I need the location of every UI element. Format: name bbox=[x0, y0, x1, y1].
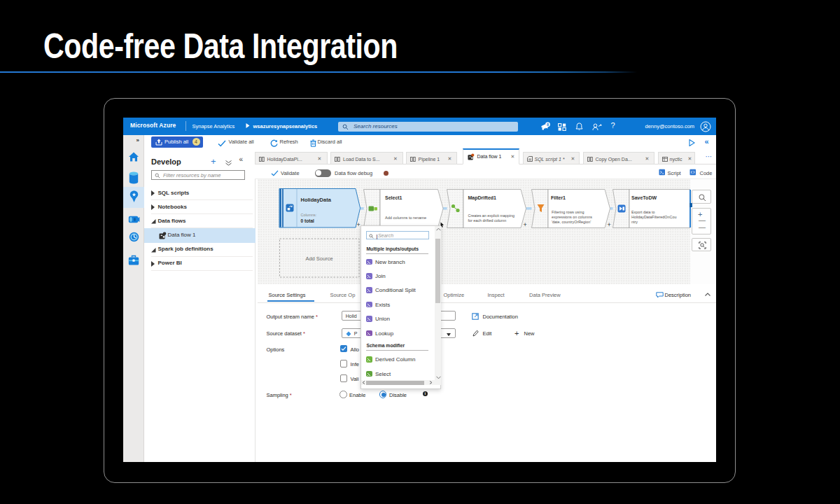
svg-text:Export data to: Export data to bbox=[631, 210, 655, 214]
svg-text:expressions on columns: expressions on columns bbox=[552, 215, 592, 219]
svg-text:HolidayData: HolidayData bbox=[300, 197, 331, 203]
svg-text:HolidayDataFilteredOnCou: HolidayDataFilteredOnCou bbox=[631, 215, 676, 219]
svg-text:Add Source: Add Source bbox=[305, 255, 332, 262]
svg-text:for each drifted column: for each drifted column bbox=[468, 218, 506, 223]
svg-text:Add columns to rename: Add columns to rename bbox=[385, 216, 426, 220]
svg-text:+: + bbox=[523, 221, 526, 228]
svg-text:Creates an explicit mapping: Creates an explicit mapping bbox=[468, 214, 514, 218]
svg-text:+: + bbox=[607, 221, 610, 228]
svg-text:8: 8 bbox=[547, 122, 549, 127]
svg-text:'date, countryOrRegion': 'date, countryOrRegion' bbox=[552, 220, 591, 224]
svg-text:Filtering rows using: Filtering rows using bbox=[552, 210, 584, 214]
svg-text:Filter1: Filter1 bbox=[551, 195, 566, 200]
svg-text:+: + bbox=[356, 221, 360, 228]
svg-text:MapDrifted1: MapDrifted1 bbox=[468, 195, 496, 201]
svg-text:ntry: ntry bbox=[631, 220, 638, 224]
svg-text:Columns:: Columns: bbox=[300, 213, 316, 217]
svg-text:0 total: 0 total bbox=[300, 218, 314, 223]
svg-text:SaveToDW: SaveToDW bbox=[631, 195, 657, 200]
svg-text:Select1: Select1 bbox=[385, 195, 402, 200]
